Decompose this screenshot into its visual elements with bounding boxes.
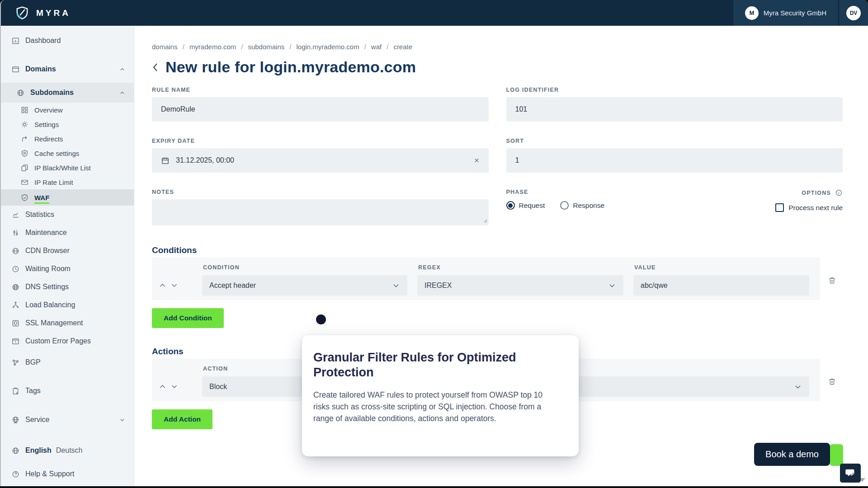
sidebar-item-waf[interactable]: WAF xyxy=(1,189,134,206)
notes-textarea[interactable] xyxy=(152,199,489,225)
delete-condition-icon[interactable] xyxy=(827,276,837,285)
condition-panel: CONDITION REGEX VALUE Accept header IREG… xyxy=(152,258,820,300)
log-identifier-field: LOG IDENTIFIER xyxy=(506,87,843,122)
waf-shield-icon xyxy=(20,193,29,202)
rule-name-input[interactable] xyxy=(152,97,489,122)
radio-unselected-icon[interactable] xyxy=(560,201,569,210)
reorder-controls xyxy=(159,376,192,397)
process-next-rule-option[interactable]: Process next rule xyxy=(775,203,843,212)
condition-value-input[interactable] xyxy=(633,275,809,296)
log-identifier-input[interactable] xyxy=(506,97,843,122)
breadcrumb-item[interactable]: subdomains xyxy=(248,43,296,51)
sidebar-item-custom-error-pages[interactable]: Custom Error Pages xyxy=(1,332,134,350)
breadcrumb-item[interactable]: domains xyxy=(152,43,189,51)
brand-name: MYRA xyxy=(36,8,71,18)
sidebar-item-dns-settings[interactable]: DNS Settings xyxy=(1,278,134,296)
sidebar-item-cdn-browser[interactable]: CDN Browser xyxy=(1,242,134,260)
cdn-icon xyxy=(11,246,20,256)
chevron-up-icon[interactable] xyxy=(119,66,126,73)
value-column-label: VALUE xyxy=(633,262,809,275)
chevron-down-icon[interactable] xyxy=(119,417,126,423)
book-a-demo-button[interactable]: Book a demo xyxy=(754,443,830,466)
sidebar-item-settings[interactable]: Settings xyxy=(1,117,134,131)
sidebar-item-service[interactable]: Service xyxy=(1,411,134,429)
clear-date-icon[interactable] xyxy=(473,157,481,164)
expiry-date-input[interactable]: 31.12.2025, 00:00 xyxy=(152,148,489,173)
sidebar-item-label: BGP xyxy=(25,358,41,366)
hidden-green-button[interactable] xyxy=(830,444,843,466)
breadcrumb-item[interactable]: login.myrademo.com xyxy=(296,43,371,51)
sidebar-item-subdomains[interactable]: Subdomains xyxy=(1,83,134,103)
phase-options-cell: PHASE Request Response OPTIONS xyxy=(506,189,843,225)
language-alternate[interactable]: Deutsch xyxy=(56,446,83,455)
move-down-icon[interactable] xyxy=(170,383,178,390)
sidebar-item-label: Custom Error Pages xyxy=(25,337,91,345)
breadcrumb-item[interactable]: myrademo.com xyxy=(189,43,248,51)
sidebar-item-label: WAF xyxy=(34,194,49,202)
add-action-button[interactable]: Add Action xyxy=(152,409,212,429)
sidebar-item-domains[interactable]: Domains xyxy=(1,60,134,78)
sidebar-item-statistics[interactable]: Statistics xyxy=(1,206,134,224)
condition-column-label: CONDITION xyxy=(202,262,407,275)
sidebar-item-ip-rate-limit[interactable]: IP Rate Limit xyxy=(1,175,134,189)
bgp-network-icon xyxy=(11,358,20,367)
sidebar-item-redirects[interactable]: Redirects xyxy=(1,131,134,146)
add-condition-button[interactable]: Add Condition xyxy=(152,308,224,328)
user-menu[interactable]: DV xyxy=(839,0,868,26)
sidebar-item-waiting-room[interactable]: Waiting Room xyxy=(1,260,134,278)
language-active[interactable]: English xyxy=(25,446,52,455)
sidebar-item-tags[interactable]: Tags xyxy=(1,382,134,400)
redirect-arrow-icon xyxy=(20,134,29,144)
calendar-icon xyxy=(161,156,170,165)
cache-icon xyxy=(20,149,29,158)
sort-field: SORT xyxy=(506,138,843,173)
sort-input[interactable] xyxy=(506,148,843,173)
breadcrumb-item[interactable]: waf xyxy=(371,43,394,51)
sidebar-item-label: CDN Browser xyxy=(25,247,70,255)
language-globe-icon xyxy=(11,446,20,455)
sidebar-item-label: Redirects xyxy=(34,135,63,143)
resize-grip-icon[interactable] xyxy=(482,216,487,225)
tour-step-dot[interactable] xyxy=(316,314,326,324)
sidebar-item-label: Cache settings xyxy=(34,150,79,157)
tour-popover: Granular Filter Rules for Optimized Prot… xyxy=(302,335,579,456)
sidebar-item-dashboard[interactable]: Dashboard xyxy=(1,32,134,50)
breadcrumb-item: create xyxy=(393,43,412,51)
options-label: OPTIONS xyxy=(802,190,831,196)
move-up-icon[interactable] xyxy=(159,383,166,390)
info-icon[interactable] xyxy=(835,189,843,197)
radio-selected-icon[interactable] xyxy=(506,201,515,210)
myra-shield-icon xyxy=(14,6,30,20)
back-chevron-icon[interactable] xyxy=(152,62,158,73)
app-window: MYRA M Myra Security GmbH DV Dashboard D… xyxy=(0,0,868,486)
sidebar-item-bgp[interactable]: BGP xyxy=(1,353,134,371)
sidebar-item-overview[interactable]: Overview xyxy=(1,103,134,117)
brand-logo[interactable]: MYRA xyxy=(1,6,71,20)
notes-label: NOTES xyxy=(152,189,489,195)
move-up-icon[interactable] xyxy=(159,282,166,289)
move-down-icon[interactable] xyxy=(170,282,178,289)
page-title: New rule for login.myrademo.com xyxy=(165,58,416,76)
sidebar-item-ip-black-white-list[interactable]: IP Black/White List xyxy=(1,160,134,175)
notes-field: NOTES xyxy=(152,189,489,225)
settings-gear-icon xyxy=(20,120,29,129)
chat-widget-button[interactable] xyxy=(840,464,861,483)
sidebar-item-maintenance[interactable]: Maintenance xyxy=(1,224,134,242)
delete-action-icon[interactable] xyxy=(827,377,837,386)
sidebar-item-cache-settings[interactable]: Cache settings xyxy=(1,146,134,160)
language-switcher[interactable]: English Deutsch xyxy=(1,441,134,460)
sidebar-item-ssl-management[interactable]: SSL Management xyxy=(1,314,134,332)
regex-select[interactable]: IREGEX xyxy=(417,275,623,296)
chevron-up-icon[interactable] xyxy=(119,89,126,96)
phase-option-request[interactable]: Request xyxy=(506,201,545,210)
checkbox-unchecked-icon[interactable] xyxy=(775,203,784,212)
tour-popover-title: Granular Filter Rules for Optimized Prot… xyxy=(313,350,559,380)
rule-name-field: RULE NAME xyxy=(152,87,489,122)
sidebar-item-help-support[interactable]: Help & Support xyxy=(1,465,134,483)
phase-option-response[interactable]: Response xyxy=(560,201,604,210)
condition-select[interactable]: Accept header xyxy=(202,275,407,296)
account-menu[interactable]: M Myra Security GmbH xyxy=(733,0,838,26)
rule-form: RULE NAME LOG IDENTIFIER EXPIRY DATE 31.… xyxy=(152,87,843,225)
sidebar-item-load-balancing[interactable]: Load Balancing xyxy=(1,296,134,314)
dns-globe-icon xyxy=(11,282,20,292)
